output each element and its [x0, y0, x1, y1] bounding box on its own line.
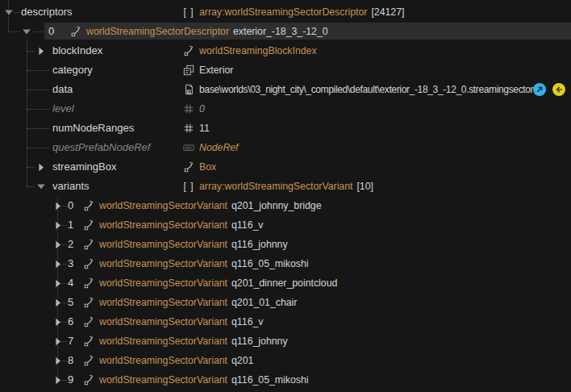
- collapse-icon[interactable]: [21, 22, 32, 41]
- tree-row-variant-1[interactable]: 1 worldStreamingSectorVariant q116_v: [0, 215, 571, 235]
- array-index: 2: [68, 235, 73, 254]
- value-text: q201: [231, 351, 253, 370]
- expand-icon[interactable]: [52, 351, 64, 370]
- class-icon: [82, 355, 95, 366]
- value-type: worldStreamingBlockIndex: [199, 41, 317, 60]
- expand-icon[interactable]: [52, 293, 64, 312]
- value-type: worldStreamingSectorVariant: [99, 370, 227, 390]
- row-value: Exterior: [182, 60, 233, 80]
- row-value: worldStreamingSectorVariant q201_dinner_…: [82, 273, 337, 293]
- array-index: 0: [48, 22, 54, 41]
- value-type: array:worldStreamingSectorDescriptor: [199, 2, 367, 22]
- value-type: worldStreamingSectorVariant: [99, 293, 227, 312]
- arrow-left-icon: [553, 84, 565, 95]
- tree-row-variant-6[interactable]: 6 worldStreamingSectorVariant q116_v: [0, 312, 571, 332]
- row-value: 0: [182, 99, 205, 119]
- value-type: worldStreamingSectorVariant: [99, 273, 227, 293]
- tree-row-level[interactable]: level 0: [0, 99, 571, 119]
- tree-row-streamingBox[interactable]: streamingBox Box: [0, 157, 571, 177]
- row-value: Box: [182, 157, 216, 177]
- expand-icon[interactable]: [52, 235, 64, 254]
- value-type: worldStreamingSectorDescriptor: [86, 22, 229, 41]
- array-index: 4: [68, 273, 73, 293]
- tree-row-questPrefabNodeRef[interactable]: questPrefabNodeRef NodeRef: [0, 138, 571, 157]
- value-type: worldStreamingSectorVariant: [99, 235, 227, 254]
- collapse-icon[interactable]: [3, 2, 15, 22]
- tree-row-blockIndex[interactable]: blockIndex worldStreamingBlockIndex: [0, 41, 571, 60]
- tree-row-variant-5[interactable]: 5 worldStreamingSectorVariant q201_01_ch…: [0, 293, 571, 312]
- class-icon: [182, 161, 195, 173]
- enum-icon: [182, 65, 195, 76]
- value-text: q201_dinner_pointcloud: [231, 273, 337, 293]
- tree-row-variant-0[interactable]: 0 worldStreamingSectorVariant q201_johnn…: [0, 196, 571, 215]
- value-type: worldStreamingSectorVariant: [99, 196, 227, 215]
- array-index: 3: [68, 254, 73, 273]
- array-icon: [ ]: [182, 2, 195, 22]
- row-value: worldStreamingSectorVariant q116_05_miko…: [82, 254, 309, 273]
- tree-row-data[interactable]: data base\worlds\03_night_city\_compiled…: [0, 80, 571, 99]
- row-value: worldStreamingSectorVariant q116_johnny: [82, 235, 288, 254]
- open-resource-button[interactable]: [533, 83, 546, 96]
- property-name: descriptors: [21, 2, 73, 22]
- row-value: worldStreamingSectorVariant q116_johnny: [82, 332, 288, 351]
- expand-icon[interactable]: [52, 312, 64, 332]
- tree-row-descriptor-0[interactable]: 0 worldStreamingSectorDescriptor exterio…: [0, 22, 571, 41]
- array-index: 1: [68, 215, 73, 235]
- resource-path: base\worlds\03_night_city\_compiled\defa…: [199, 80, 533, 99]
- value-text: q116_05_mikoshi: [231, 370, 308, 390]
- tree-row-variant-4[interactable]: 4 worldStreamingSectorVariant q201_dinne…: [0, 273, 571, 293]
- expand-icon[interactable]: [52, 332, 64, 351]
- expand-icon[interactable]: [35, 41, 47, 60]
- property-name: questPrefabNodeRef: [52, 138, 150, 157]
- number-icon: [182, 123, 195, 134]
- value-text: 11: [199, 119, 210, 138]
- tree-row-variants[interactable]: variants [ ] array:worldStreamingSectorV…: [0, 177, 571, 196]
- row-value: worldStreamingSectorVariant q116_v: [82, 312, 263, 332]
- row-value: worldStreamingSectorVariant q201_johnny_…: [82, 196, 321, 215]
- tree-row-variant-3[interactable]: 3 worldStreamingSectorVariant q116_05_mi…: [0, 254, 571, 273]
- expand-icon[interactable]: [52, 196, 64, 215]
- row-value: [ ] array:worldStreamingSectorDescriptor…: [182, 2, 404, 22]
- row-value: base\worlds\03_night_city\_compiled\defa…: [182, 80, 533, 99]
- expand-icon[interactable]: [52, 273, 64, 293]
- property-name: category: [52, 60, 93, 80]
- tree-row-variant-8[interactable]: 8 worldStreamingSectorVariant q201: [0, 351, 571, 370]
- value-type: Box: [199, 157, 216, 177]
- array-icon: [ ]: [182, 177, 195, 196]
- expand-icon[interactable]: [35, 157, 47, 177]
- file-link-icon: [182, 84, 195, 95]
- tree-row-descriptors[interactable]: descriptors [ ] array:worldStreamingSect…: [0, 2, 571, 22]
- value-type: worldStreamingSectorVariant: [99, 215, 227, 235]
- value-type: array:worldStreamingSectorVariant: [199, 177, 352, 196]
- collapse-icon[interactable]: [35, 177, 47, 196]
- array-index: 7: [68, 332, 73, 351]
- expand-icon[interactable]: [52, 370, 64, 390]
- row-value: worldStreamingBlockIndex: [182, 41, 317, 60]
- data-editor-tree-panel: descriptors [ ] array:worldStreamingSect…: [0, 0, 571, 392]
- row-value: 11: [182, 119, 210, 138]
- tree-row-variant-7[interactable]: 7 worldStreamingSectorVariant q116_johnn…: [0, 332, 571, 351]
- array-index: 6: [68, 312, 73, 332]
- tree-row-category[interactable]: category Exterior: [0, 60, 571, 80]
- import-resource-button[interactable]: [552, 83, 565, 96]
- value-text: Exterior: [199, 60, 233, 80]
- class-icon: [82, 316, 95, 327]
- tree-row-variant-9[interactable]: 9 worldStreamingSectorVariant q116_05_mi…: [0, 370, 571, 390]
- class-icon: [82, 258, 95, 269]
- value-text: q201_johnny_bridge: [231, 196, 321, 215]
- property-name: variants: [52, 177, 90, 196]
- tree-row-variant-2[interactable]: 2 worldStreamingSectorVariant q116_johnn…: [0, 235, 571, 254]
- value-text: q116_v: [231, 215, 263, 235]
- expand-icon[interactable]: [52, 215, 64, 235]
- value-type: worldStreamingSectorVariant: [99, 254, 227, 273]
- tree-row-numNodeRanges[interactable]: numNodeRanges 11: [0, 119, 571, 138]
- class-icon: [82, 219, 95, 231]
- class-icon: [82, 277, 95, 289]
- value-text: q116_v: [231, 312, 263, 332]
- value-text: q116_johnny: [231, 332, 288, 351]
- value-text: exterior_-18_3_-12_0: [233, 22, 328, 41]
- number-icon: [182, 103, 195, 115]
- expand-icon[interactable]: [52, 254, 64, 273]
- row-value: worldStreamingSectorDescriptor exterior_…: [69, 22, 328, 41]
- value-type: worldStreamingSectorVariant: [99, 351, 227, 370]
